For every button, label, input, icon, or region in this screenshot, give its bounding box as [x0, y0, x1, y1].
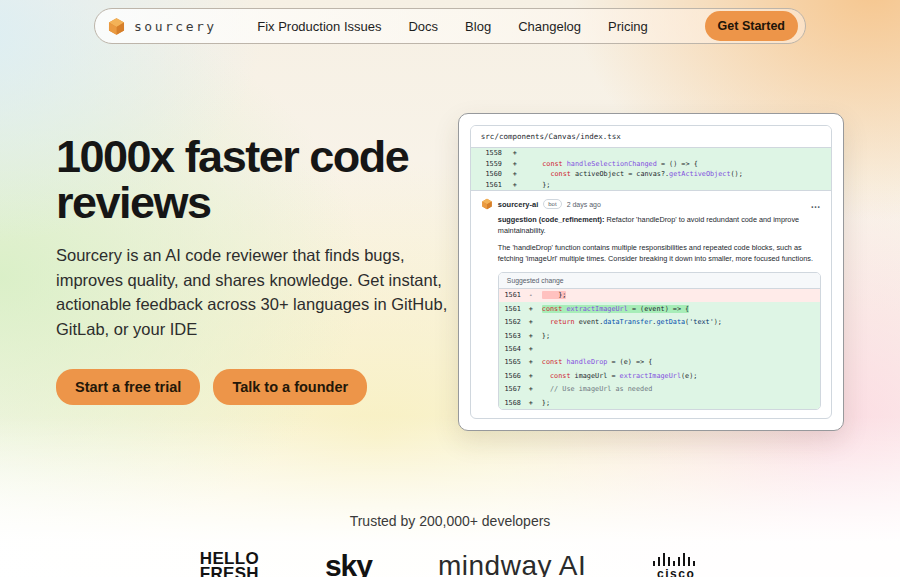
hellofresh-logo: HELLO FRESH	[200, 551, 259, 577]
page-title: 1000x faster code reviews	[56, 134, 458, 226]
nav-link-docs[interactable]: Docs	[408, 19, 438, 34]
talk-to-founder-button[interactable]: Talk to a founder	[213, 369, 367, 405]
hero-buttons: Start a free trial Talk to a founder	[56, 369, 458, 405]
diff-line: 1562+ return event.dataTransfer.getData(…	[499, 316, 820, 329]
start-free-trial-button[interactable]: Start a free trial	[56, 369, 200, 405]
diff-line: 1560+ const activeObject = canvas?.getAc…	[471, 169, 831, 180]
nav-link-changelog[interactable]: Changelog	[518, 19, 581, 34]
hellofresh-line2: FRESH	[200, 566, 259, 577]
comment-summary-label: suggestion (code_refinement):	[498, 215, 605, 224]
nav-links: Fix Production Issues Docs Blog Changelo…	[257, 19, 648, 34]
context-diff: 1558+1559+ const handleSelectionChanged …	[471, 148, 831, 190]
diff-line: 1559+ const handleSelectionChanged = () …	[471, 159, 831, 170]
trusted-by-text: Trusted by 200,000+ developers	[0, 513, 900, 529]
hero-section: 1000x faster code reviews Sourcery is an…	[0, 113, 900, 431]
diff-line: 1564+	[499, 342, 820, 355]
nav-wrapper: sourcery Fix Production Issues Docs Blog…	[0, 0, 900, 44]
comment-summary: suggestion (code_refinement): Refactor '…	[498, 215, 821, 237]
mindway-ai-logo: mindway AI	[438, 550, 586, 577]
kebab-menu-icon[interactable]: …	[811, 199, 822, 210]
social-proof-section: Trusted by 200,000+ developers HELLO FRE…	[0, 513, 900, 577]
sky-logo: sky	[325, 549, 372, 577]
diff-line: 1567+ // Use imageUrl as needed	[499, 382, 820, 395]
top-nav: sourcery Fix Production Issues Docs Blog…	[94, 8, 806, 44]
diff-line: 1568+};	[499, 396, 820, 409]
nav-link-blog[interactable]: Blog	[465, 19, 491, 34]
diff-line: 1565+const handleDrop = (e) => {	[499, 356, 820, 369]
diff-line: 1566+ const imageUrl = extractImageUrl(e…	[499, 369, 820, 382]
diff-line: 1561+ };	[471, 180, 831, 191]
cisco-logo: cisco	[652, 552, 700, 577]
diff-line: 1561+const extractImageUrl = (event) => …	[499, 302, 820, 315]
nav-link-fix-production-issues[interactable]: Fix Production Issues	[257, 19, 381, 34]
diff-line: 1563+};	[499, 329, 820, 342]
github-diff-panel: src/components/Canvas/index.tsx 1558+155…	[470, 125, 832, 419]
comment-timestamp: 2 days ago	[567, 201, 601, 208]
suggested-change-box: Suggested change 1561- };1561+const extr…	[498, 272, 821, 411]
code-review-card: src/components/Canvas/index.tsx 1558+155…	[458, 113, 844, 431]
nav-link-pricing[interactable]: Pricing	[608, 19, 648, 34]
comment-author[interactable]: sourcery-ai	[498, 200, 538, 209]
cisco-bars-icon	[652, 552, 700, 566]
bot-badge: bot	[543, 199, 561, 209]
comment-detail: The 'handleDrop' function contains multi…	[498, 243, 821, 265]
file-path-header: src/components/Canvas/index.tsx	[471, 126, 831, 148]
hero-copy: 1000x faster code reviews Sourcery is an…	[56, 113, 458, 405]
suggested-change-header: Suggested change	[499, 273, 820, 289]
comment-header: sourcery-ai bot 2 days ago …	[481, 198, 821, 210]
nav-right: Get Started	[648, 11, 798, 41]
brand-name: sourcery	[134, 19, 217, 34]
diff-line: 1561- };	[499, 289, 820, 302]
get-started-button[interactable]: Get Started	[705, 11, 798, 41]
customer-logos: HELLO FRESH sky mindway AI cisco	[0, 549, 900, 577]
sourcery-avatar-icon	[481, 198, 493, 210]
review-comment: sourcery-ai bot 2 days ago … suggestion …	[471, 190, 831, 418]
cisco-wordmark: cisco	[657, 567, 695, 577]
sourcery-logo-icon	[107, 17, 126, 36]
hero-description: Sourcery is an AI code reviewer that fin…	[56, 243, 458, 342]
suggestion-diff: 1561- };1561+const extractImageUrl = (ev…	[499, 289, 820, 410]
comment-body: suggestion (code_refinement): Refactor '…	[498, 215, 821, 265]
diff-line: 1558+	[471, 148, 831, 159]
brand[interactable]: sourcery	[107, 17, 257, 36]
